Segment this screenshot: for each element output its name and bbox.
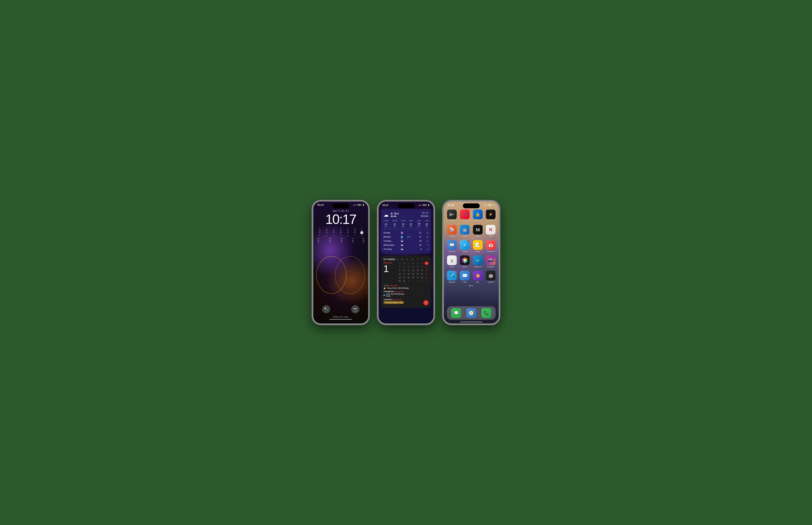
- flashlight-button[interactable]: 🔦: [322, 305, 330, 313]
- things-icon: ✓ 7: [460, 240, 470, 250]
- mail-icon: ✉️: [460, 271, 470, 280]
- messages-icon: 💬: [451, 308, 461, 318]
- news-label: News: [489, 235, 493, 237]
- page-dot-1: [470, 285, 471, 286]
- lightroom-label: Lightroom: [474, 266, 482, 268]
- add-event-button[interactable]: +: [423, 300, 429, 305]
- home-indicator-3: [460, 321, 483, 322]
- ww-top: ☁ 12° 15↑ 8↓ Morden: [383, 211, 429, 218]
- swipe-text: Swipe up to open: [333, 316, 349, 318]
- glass-icon: g: [447, 255, 457, 265]
- ws-1a: 1A☁12: [352, 238, 354, 243]
- dock-safari[interactable]: 🧭: [467, 308, 476, 318]
- dock-phone[interactable]: 📞: [482, 308, 491, 318]
- app-dayone[interactable]: 📖 Day One: [447, 240, 457, 252]
- apollo-icon: 🤖: [460, 225, 470, 235]
- app-matter[interactable]: M Matter: [473, 225, 483, 237]
- app-1password[interactable]: 🔒 1Password: [473, 210, 483, 222]
- photos-label: Photos: [462, 266, 467, 268]
- dayone-label: Day One: [448, 251, 455, 252]
- status-icons-3: ▲▼WiFi🔋: [484, 204, 495, 206]
- ls-cal-header: SM TW TF S: [317, 227, 365, 229]
- ww-hour-11pm: 11 PM☁11°: [383, 220, 388, 227]
- carrot-label: CARROT: [487, 220, 494, 222]
- dynamic-island-2: [398, 204, 414, 208]
- status-icons-2: ▲▼WiFi🔋: [418, 204, 430, 206]
- dynamic-island: [332, 204, 349, 208]
- ls-cal-row-2: 2526 2728 2930 1: [317, 231, 365, 234]
- ws-2a: 2A☁11: [363, 238, 365, 243]
- cw-week-4: 1617 1819 2021 22: [395, 272, 429, 275]
- ls-calendar: SM TW TF S 1819 2021 2223 24 2526 2728 2…: [317, 227, 365, 236]
- music-label: Music: [462, 220, 467, 222]
- ww-hour-1am: 1 AM☁12°: [401, 220, 405, 227]
- tweetbot-icon: 🤖: [486, 271, 496, 280]
- ww-hour-2am: 2 AM☁11°: [409, 220, 413, 227]
- fantastical-icon: 📅: [486, 240, 496, 250]
- app-instagram[interactable]: 📸 Instagram: [486, 255, 496, 268]
- cw-week-6: 3031 12 34 5: [395, 279, 429, 283]
- homescreen: 10:18 ▲▼WiFi🔋 ⊞÷ Calcbot 🎵 Musi: [444, 201, 499, 324]
- telegram-badge: 1: [455, 271, 457, 273]
- ww-hi-lo: 15↑ 8↓: [421, 211, 429, 214]
- camera-button[interactable]: 📷: [351, 305, 359, 313]
- ls-cal-row-1: 1819 2021 2223 24: [317, 229, 365, 231]
- app-apollo[interactable]: 🤖 Apollo: [460, 225, 470, 237]
- carrier-label: TELUS: [317, 204, 324, 206]
- news-icon: N: [486, 225, 496, 235]
- dock-messages[interactable]: 💬: [451, 308, 461, 318]
- notes-icon: 📝: [473, 240, 483, 250]
- cw-week-3: 910 1112 1314 15: [395, 269, 429, 272]
- app-photos[interactable]: Photos: [460, 255, 470, 268]
- cw-event-tomorrow: TOMORROW 2022-10-02 2:00–6:00 PM Winkler…: [383, 291, 429, 297]
- app-hey[interactable]: 👋 HEY: [473, 271, 483, 283]
- phone-1: TELUS ▲▼ WiFi 🔋 Sat 1 🌂 2% • 0.1 10:17 S…: [312, 200, 370, 325]
- ls-bottom: 🔦 📷 Swipe up to open: [313, 305, 368, 320]
- app-glass[interactable]: g Glass: [447, 255, 457, 268]
- ww-hour-12am: 12 AM☁11°: [393, 220, 397, 227]
- phone-2: 10:17 ▲▼WiFi🔋 ☁ 12° 15↑ 8↓ Morde: [377, 200, 435, 325]
- app-telegram[interactable]: ✈️ 1 Telegram: [447, 271, 457, 283]
- cw-event-birthday: 🎂 Tanya Fehr's 30th Birthday: [383, 287, 429, 289]
- app-tweetbot[interactable]: 🤖 Tweetbot: [486, 271, 496, 283]
- status-icons-1: ▲▼ WiFi 🔋: [353, 204, 365, 206]
- ls-quick-actions: 🔦 📷: [322, 305, 359, 313]
- ww-temp: 12°: [390, 211, 399, 218]
- safari-icon: 🧭: [467, 308, 476, 318]
- cw-day-headers: SM TW TF S: [395, 258, 430, 260]
- calcbot-label: Calcbot: [449, 220, 455, 222]
- hey-icon: 👋: [473, 271, 483, 280]
- photos-icon: [460, 255, 470, 265]
- app-unread[interactable]: 📡 Unread: [447, 225, 457, 237]
- weather-widget[interactable]: ☁ 12° 15↑ 8↓ Morden 11 PM☁11°: [381, 209, 431, 254]
- glass-label: Glass: [449, 266, 454, 268]
- apollo-label: Apollo: [462, 235, 467, 237]
- app-news[interactable]: N News: [486, 225, 496, 237]
- unread-icon: 📡: [447, 225, 457, 235]
- calendar-widget[interactable]: OCTOBER SM TW TF S Saturday 1: [381, 256, 431, 308]
- page-dot-2: [472, 285, 473, 286]
- app-notes[interactable]: 📝 Notes: [473, 240, 483, 252]
- page-dots: [444, 285, 499, 286]
- app-fantastical[interactable]: 📅 Fantastical: [486, 240, 496, 252]
- ww-top-left: ☁ 12°: [383, 211, 399, 218]
- ww-hour-4am: 4 AM☁11°: [425, 220, 429, 227]
- app-mail[interactable]: ✉️ Mail: [460, 271, 470, 283]
- app-carrot[interactable]: ⚡ CARROT: [486, 210, 496, 222]
- app-music[interactable]: 🎵 Music: [460, 210, 470, 222]
- things-badge: 7: [468, 240, 470, 242]
- svg-point-0: [316, 256, 346, 294]
- app-lightroom[interactable]: Lr Lightroom: [473, 255, 483, 268]
- cw-big-date: 1: [383, 264, 393, 273]
- app-calcbot[interactable]: ⊞÷ Calcbot: [447, 210, 457, 222]
- ww-cloud-icon: ☁: [383, 212, 389, 218]
- cw-week-2: 23 45 67 8: [395, 265, 429, 269]
- app-things[interactable]: ✓ 7 Things: [460, 240, 470, 252]
- ww-daily: Sunday 🌤 21 10 Monday 💧 46% 21 11: [383, 230, 429, 251]
- cw-mini-cal: 2526 2728 2930 1 23 45 67 8: [395, 261, 429, 283]
- cw-event-mjhl: 2:00–6:00 PM Winkler MJHL: [383, 293, 429, 297]
- cw-month-name: OCTOBER: [383, 258, 395, 260]
- cw-month-header: OCTOBER SM TW TF S: [383, 258, 429, 260]
- cw-week-1: 2526 2728 2930 1: [395, 261, 429, 265]
- matter-label: Matter: [475, 235, 480, 237]
